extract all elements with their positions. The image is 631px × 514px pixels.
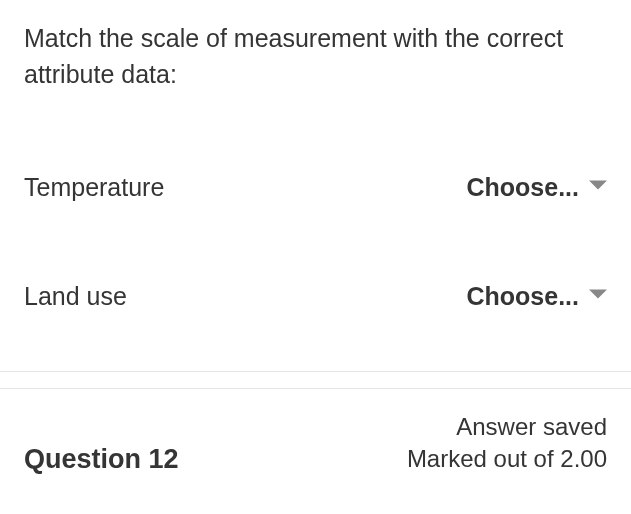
status-saved: Answer saved xyxy=(407,411,607,443)
match-label: Temperature xyxy=(24,173,164,202)
section-divider xyxy=(0,371,631,389)
dropdown-selected-text: Choose... xyxy=(466,173,579,202)
status-marks: Marked out of 2.00 xyxy=(407,443,607,475)
question-body: Match the scale of measurement with the … xyxy=(0,0,631,371)
dropdown-temperature[interactable]: Choose... xyxy=(466,173,607,202)
status-block: Answer saved Marked out of 2.00 xyxy=(407,411,607,476)
match-row-land-use: Land use Choose... xyxy=(24,282,607,311)
chevron-down-icon xyxy=(589,178,607,196)
question-number: Question 12 xyxy=(24,444,179,475)
dropdown-selected-text: Choose... xyxy=(466,282,579,311)
question-footer: Question 12 Answer saved Marked out of 2… xyxy=(0,389,631,486)
match-label: Land use xyxy=(24,282,127,311)
dropdown-land-use[interactable]: Choose... xyxy=(466,282,607,311)
match-row-temperature: Temperature Choose... xyxy=(24,173,607,202)
question-prompt: Match the scale of measurement with the … xyxy=(24,20,607,93)
chevron-down-icon xyxy=(589,287,607,305)
